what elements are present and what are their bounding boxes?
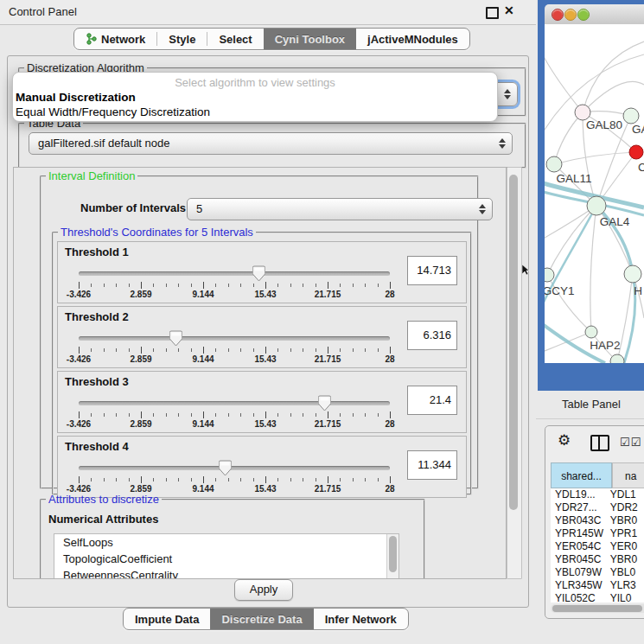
cell-shared-name: YER054C [551,540,608,553]
threshold-slider[interactable]: -3.4262.8599.14415.4321.71528 [79,329,390,364]
threshold-value-field[interactable]: 11.344 [407,450,457,480]
attribute-item-topologicalcoefficient[interactable]: TopologicalCoefficient [54,551,399,567]
tab-infer-network[interactable]: Infer Network [314,609,408,629]
attribute-item-selfloops[interactable]: SelfLoops [54,534,399,551]
tick-mark [91,348,92,352]
gear-icon[interactable]: ⚙ [558,431,571,450]
float-icon[interactable] [486,7,499,19]
algorithm-placeholder-option[interactable]: Select algorithm to view settings [13,76,497,89]
tab-jactivemnodules[interactable]: jActiveMNodules [356,29,469,49]
network-node-gal4[interactable] [587,196,606,215]
network-node-c[interactable] [629,145,643,159]
table-row[interactable]: YDR27...YDR2 [551,501,644,514]
threshold-slider[interactable]: -3.4262.8599.14415.4321.71528 [79,459,390,494]
zoom-traffic-light-icon[interactable] [577,9,590,21]
table-row[interactable]: YBR045CYBR0 [551,553,644,566]
network-edge[interactable] [547,206,596,275]
table-row[interactable]: YER054CYER0 [551,540,644,553]
tick-label: -3.426 [67,290,91,299]
threshold-slider[interactable]: -3.4262.8599.14415.4321.71528 [79,394,390,429]
threshold-value-field[interactable]: 21.4 [407,386,457,415]
number-of-intervals-select[interactable]: 5 [187,198,493,220]
numerical-attributes-list[interactable]: SelfLoopsTopologicalCoefficientBetweenne… [54,533,399,579]
attribute-item-betweennesscentrality[interactable]: BetweennessCentrality [54,567,399,579]
network-window-titlebar[interactable] [545,4,644,25]
tab-select[interactable]: Select [207,29,263,49]
table-row[interactable]: YBR043CYBR0 [551,514,644,527]
table-horizontal-scrollbar[interactable] [551,604,644,613]
slider-thumb-icon[interactable] [318,395,331,411]
table-data-select[interactable]: galFiltered.sif default node [29,132,513,155]
tick-mark [378,413,379,417]
settings-scrollbar[interactable] [507,167,522,579]
algorithm-option-manual-discretization[interactable]: Manual Discretization [16,91,136,104]
threshold-panel-threshold-1: Threshold 1-3.4262.8599.14415.4321.71528… [57,241,467,303]
close-traffic-light-icon[interactable] [552,9,564,21]
network-edge[interactable] [590,206,596,332]
apply-button[interactable]: Apply [234,579,293,601]
cell-name: YER0 [608,540,644,553]
tick-mark [79,476,80,483]
cell-name: YBR0 [608,514,644,527]
slider-thumb-icon[interactable] [252,265,265,282]
algorithm-dropdown-popup: Select algorithm to view settings Manual… [12,72,498,122]
tick-mark [166,284,167,287]
table-row[interactable]: YPR145WYPR1 [551,527,644,540]
tick-mark [277,413,278,417]
attributes-scrollbar[interactable] [386,534,399,579]
node-table[interactable]: shared...na YDL19...YDL1YDR27...YDR2YBR0… [551,462,644,603]
cell-shared-name: YDL19... [551,488,608,501]
tick-mark [141,282,142,289]
table-row[interactable]: YLR345WYLR3 [551,579,644,592]
tab-label: Select [219,33,252,46]
tick-mark [228,284,229,287]
network-node-ga[interactable] [623,108,639,124]
network-node-gal11[interactable] [546,156,562,172]
tick-label: 15.43 [254,419,276,429]
network-view-window[interactable]: GAL80GACGAL11GAL4GCY1HHAP2 [538,0,644,391]
tick-mark [141,476,142,483]
combo-stepper-icon [479,204,486,214]
tick-mark [390,411,391,418]
network-edge[interactable] [583,41,644,112]
network-canvas[interactable]: GAL80GACGAL11GAL4GCY1HHAP2 [545,24,644,363]
threshold-value-field[interactable]: 6.316 [407,321,457,350]
tick-mark [303,413,303,417]
close-icon[interactable]: ✕ [504,3,514,17]
cell-name: YBL0 [608,566,644,579]
network-edge[interactable] [545,50,583,112]
split-view-icon[interactable] [590,435,609,451]
network-node-hap2[interactable] [585,326,597,338]
attributes-group-label: Attributes to discretize [46,493,162,506]
panel-title: Control Panel [9,0,77,24]
tab-impute-data[interactable]: Impute Data [124,609,210,629]
tick-mark [129,478,130,481]
algorithm-option-equal-width-frequency-discretization[interactable]: Equal Width/Frequency Discretization [16,105,210,118]
tick-mark [153,348,154,352]
tab-style[interactable]: Style [157,29,207,49]
minimize-traffic-light-icon[interactable] [564,9,577,21]
network-node-unlabeled[interactable] [610,354,624,363]
table-row[interactable]: YDL19...YDL1 [551,488,644,501]
table-row[interactable]: YBL079WYBL0 [551,566,644,579]
slider-thumb-icon[interactable] [169,330,182,347]
table-row[interactable]: YIL052CYIL0 [551,592,644,603]
network-edge[interactable] [583,81,644,112]
tab-discretize-data[interactable]: Discretize Data [210,609,313,629]
network-node-gcy1[interactable] [545,268,554,282]
tab-cyni-toolbox[interactable]: Cyni Toolbox [264,29,356,49]
column-header-na[interactable]: na [612,462,644,488]
network-edge[interactable] [554,152,636,164]
cell-name: YPR1 [608,527,644,540]
network-node-h[interactable] [624,265,641,283]
threshold-value-field[interactable]: 14.713 [407,256,457,285]
checkbox-columns-icon[interactable]: ☑☑ [620,436,641,449]
threshold-slider[interactable]: -3.4262.8599.14415.4321.71528 [79,265,390,299]
slider-thumb-icon[interactable] [219,460,232,476]
tick-mark [129,284,130,287]
tick-mark [265,347,266,354]
column-header-shared-[interactable]: shared... [551,462,612,488]
tick-mark [166,413,167,417]
tab-network[interactable]: Network [74,29,156,49]
network-edge[interactable] [554,112,583,164]
